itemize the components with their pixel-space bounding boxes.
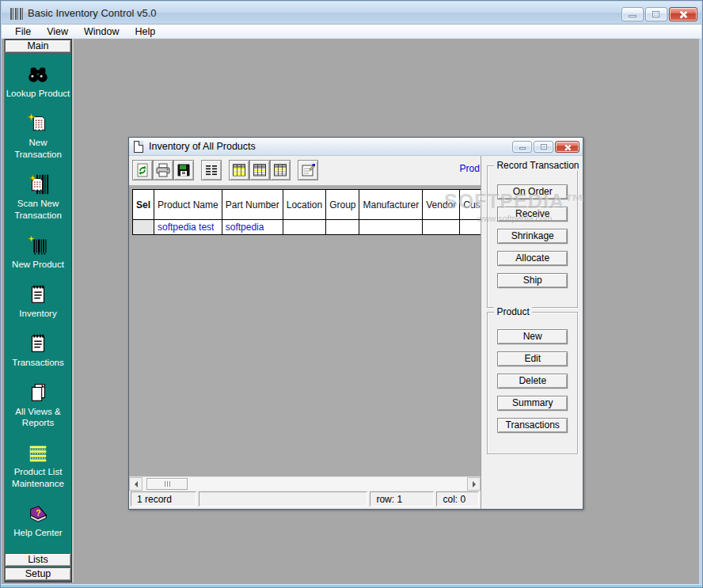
allocate-button[interactable]: Allocate xyxy=(497,251,568,266)
sidebar-item-transactions[interactable]: Transactions xyxy=(12,332,63,369)
maximize-icon xyxy=(652,11,659,17)
sidebar-item-label: New Transaction xyxy=(14,137,62,161)
receive-button[interactable]: Receive xyxy=(497,207,568,222)
delete-product-button[interactable]: Delete xyxy=(497,374,568,389)
inner-maximize-button[interactable] xyxy=(534,141,553,153)
shrinkage-button[interactable]: Shrinkage xyxy=(497,229,568,244)
on-order-button[interactable]: On Order xyxy=(497,184,568,199)
transactions-button[interactable]: Transactions xyxy=(497,418,568,433)
minimize-icon xyxy=(519,147,526,150)
sidebar-tab-main[interactable]: Main xyxy=(5,40,71,53)
scroll-left-button[interactable] xyxy=(129,477,142,491)
grid-alt-view-button[interactable] xyxy=(270,160,291,180)
sidebar-item-label: Help Center xyxy=(13,527,62,539)
refresh-button[interactable] xyxy=(132,160,153,180)
status-col-indicator: col: 0 xyxy=(436,491,479,506)
close-button[interactable] xyxy=(669,7,697,21)
menu-view[interactable]: View xyxy=(40,25,75,38)
column-header-product-name[interactable]: Product Name xyxy=(154,190,222,220)
inner-close-button[interactable] xyxy=(555,141,580,153)
inventory-window-titlebar[interactable]: Inventory of All Products xyxy=(129,138,583,156)
product-group-title: Product xyxy=(494,306,531,317)
sidebar-tab-lists[interactable]: Lists xyxy=(5,553,71,567)
grid-view-button[interactable] xyxy=(249,160,270,180)
sidebar-item-label: Transactions xyxy=(12,357,63,369)
arrow-left-icon xyxy=(131,481,138,487)
grid-icon xyxy=(252,162,268,178)
column-header-part-number[interactable]: Part Number xyxy=(222,190,283,220)
app-title: Basic Inventory Control v5.0 xyxy=(28,7,157,19)
status-record-count: 1 record xyxy=(131,491,196,506)
sidebar-item-help-center[interactable]: ? Help Center xyxy=(13,502,62,539)
column-header-location[interactable]: Location xyxy=(283,190,325,220)
column-header-custom[interactable]: Custom xyxy=(460,190,481,220)
column-header-sel[interactable]: Sel xyxy=(133,190,154,220)
cell-vendor[interactable] xyxy=(423,220,460,235)
horizontal-scrollbar[interactable] xyxy=(129,476,481,490)
help-book-icon: ? xyxy=(26,502,50,525)
inventory-window: Inventory of All Products xyxy=(128,137,583,510)
cell-location[interactable] xyxy=(283,220,325,235)
scan-receipt-icon xyxy=(26,173,50,196)
sidebar-item-new-product[interactable]: New Product xyxy=(12,233,64,271)
app-titlebar[interactable]: Basic Inventory Control v5.0 xyxy=(2,2,701,25)
maximize-button[interactable] xyxy=(645,7,667,21)
new-product-button[interactable]: New xyxy=(497,329,568,344)
menu-file[interactable]: File xyxy=(8,25,38,38)
new-receipt-icon xyxy=(26,112,50,135)
toolbar-product-link[interactable]: Produ xyxy=(459,163,480,174)
scroll-right-button[interactable] xyxy=(467,477,481,491)
sidebar-item-label: Scan New Transaction xyxy=(14,198,62,222)
sidebar-item-label: Product List Maintenance xyxy=(12,466,64,490)
minimize-button[interactable] xyxy=(621,7,644,21)
cell-part-number[interactable]: softpedia xyxy=(222,220,283,235)
grid-highlight-view-button[interactable] xyxy=(229,160,249,180)
sidebar-item-label: Inventory xyxy=(19,308,56,320)
print-button[interactable] xyxy=(153,160,173,180)
sidebar-item-new-transaction[interactable]: New Transaction xyxy=(14,112,62,161)
sidebar-item-product-list-maintenance[interactable]: Product List Maintenance xyxy=(12,441,64,490)
maximize-icon xyxy=(541,144,547,150)
status-bar: 1 record row: 1 col: 0 xyxy=(129,490,481,509)
documents-icon xyxy=(26,381,50,404)
record-transaction-group: Record Transaction On Order Receive Shri… xyxy=(487,165,578,308)
sidebar-item-lookup-product[interactable]: Lookup Product xyxy=(6,63,70,100)
cell-product-name[interactable]: softpedia test xyxy=(154,220,222,235)
cell-sel[interactable] xyxy=(133,220,154,235)
printer-icon xyxy=(155,162,171,178)
summary-button[interactable]: Summary xyxy=(497,396,568,411)
cell-manufacturer[interactable] xyxy=(359,220,423,235)
minimize-icon xyxy=(629,15,636,17)
form-properties-button[interactable] xyxy=(298,160,318,180)
column-header-group[interactable]: Group xyxy=(326,190,359,220)
cell-group[interactable] xyxy=(326,220,359,235)
inner-minimize-button[interactable] xyxy=(512,141,532,153)
sidebar-item-inventory[interactable]: Inventory xyxy=(19,283,56,320)
sidebar-item-all-views-reports[interactable]: All Views & Reports xyxy=(15,381,60,430)
notepad-icon xyxy=(26,283,50,306)
table-row[interactable]: softpedia test softpedia xyxy=(133,220,481,235)
edit-product-button[interactable]: Edit xyxy=(497,351,568,366)
menu-help[interactable]: Help xyxy=(128,25,163,38)
scrollbar-thumb[interactable] xyxy=(146,478,188,490)
column-header-manufacturer[interactable]: Manufacturer xyxy=(359,190,423,220)
column-header-vendor[interactable]: Vendor xyxy=(423,190,460,220)
cell-custom[interactable] xyxy=(460,220,481,235)
sidebar-item-label: All Views & Reports xyxy=(15,406,60,430)
report-view-button[interactable] xyxy=(201,160,222,180)
save-button[interactable] xyxy=(173,160,194,180)
action-panel: Record Transaction On Order Receive Shri… xyxy=(481,156,583,509)
menu-window[interactable]: Window xyxy=(77,25,126,38)
grid-area[interactable]: Sel Product Name Part Number Location Gr… xyxy=(129,185,481,476)
sidebar: Main Lookup Product xyxy=(4,39,72,582)
new-barcode-icon xyxy=(26,233,50,257)
striped-list-icon xyxy=(26,441,50,465)
sidebar-item-scan-new-transaction[interactable]: Scan New Transaction xyxy=(14,173,62,222)
ship-button[interactable]: Ship xyxy=(497,273,568,288)
sidebar-tab-setup[interactable]: Setup xyxy=(5,567,71,581)
arrow-right-icon xyxy=(473,481,479,487)
save-icon xyxy=(176,162,192,178)
grid-highlight-icon xyxy=(231,162,247,178)
sidebar-item-label: New Product xyxy=(12,259,64,271)
app-window: Basic Inventory Control v5.0 File View W… xyxy=(0,0,703,588)
